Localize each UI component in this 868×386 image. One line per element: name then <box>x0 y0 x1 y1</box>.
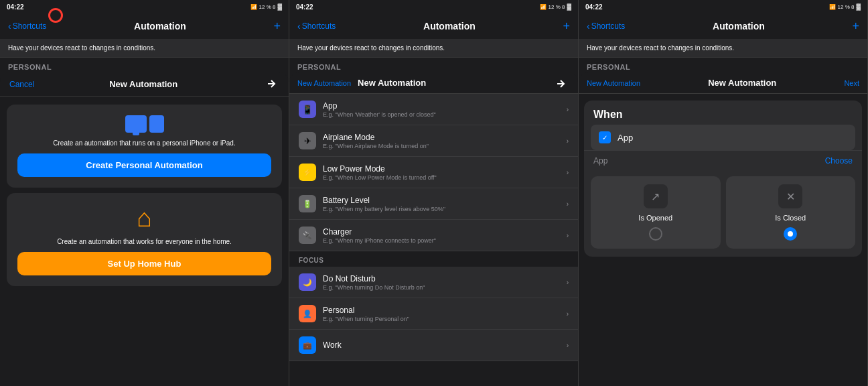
phone-tablet-icons <box>125 115 164 133</box>
item-text-charger: Charger E.g. "When my iPhone connects to… <box>323 227 567 244</box>
dnd-icon: 🌙 <box>299 273 316 291</box>
battery-icon-3: ▓ <box>856 3 861 10</box>
item-title-battery: Battery Level <box>323 196 567 205</box>
status-time-3: 04:22 <box>585 3 603 11</box>
home-icon: ⌂ <box>137 204 152 233</box>
modal-header-1: Cancel New Automation <box>0 72 289 96</box>
back-label-3: Shortcuts <box>591 21 626 31</box>
status-icons-1: 📶 12 % 8 ▓ <box>250 3 282 10</box>
item-title-charger: Charger <box>323 227 567 237</box>
item-text-dnd: Do Not Disturb E.g. "When turning Do Not… <box>323 274 567 291</box>
nav-bar-3: ‹ Shortcuts Automation + <box>579 13 867 39</box>
back-label-2: Shortcuts <box>302 21 336 31</box>
chevron-app: › <box>567 106 569 113</box>
state-options-row: ↗ Is Opened ✕ Is Closed <box>584 171 862 257</box>
breadcrumb-nav-3: New Automation New Automation Next <box>579 72 867 94</box>
tablet-icon-blue <box>149 115 164 133</box>
modal-title: New Automation <box>34 79 252 89</box>
charger-icon: 🔌 <box>299 227 316 244</box>
chevron-work: › <box>567 342 569 349</box>
add-button-3[interactable]: + <box>852 19 859 34</box>
list-sheet-2: New Automation New Automation 📱 App E.g.… <box>289 72 578 386</box>
create-personal-btn[interactable]: Create Personal Automation <box>17 153 271 177</box>
list-item-charger[interactable]: 🔌 Charger E.g. "When my iPhone connects … <box>289 220 578 251</box>
add-button-1[interactable]: + <box>273 19 281 34</box>
item-text-lowpower: Low Power Mode E.g. "When Low Power Mode… <box>323 164 567 181</box>
list-item-battery[interactable]: 🔋 Battery Level E.g. "When my battery le… <box>289 188 578 220</box>
home-option-card: ⌂ Create an automation that works for ev… <box>7 193 282 286</box>
status-time-1: 04:22 <box>7 3 24 11</box>
home-description: Create an automation that works for ever… <box>57 238 232 245</box>
list-item-lowpower[interactable]: ⚡ Low Power Mode E.g. "When Low Power Mo… <box>289 157 578 188</box>
chevron-personal: › <box>567 310 569 318</box>
item-title-personal: Personal <box>323 306 567 315</box>
list-item-app[interactable]: 📱 App E.g. "When 'Weather' is opened or … <box>289 94 578 125</box>
list-item-airplane[interactable]: ✈ Airplane Mode E.g. "When Airplane Mode… <box>289 125 578 157</box>
breadcrumb-nav-2: New Automation New Automation <box>289 72 578 94</box>
personal-option-card: Create an automation that runs on a pers… <box>0 96 289 290</box>
breadcrumb-back-2[interactable]: New Automation <box>297 79 351 87</box>
status-bar-3: 04:22 📶 12 % 8 ▓ <box>579 0 867 13</box>
closed-icon: ✕ <box>778 184 802 208</box>
when-title: When <box>593 109 623 120</box>
state-closed-card[interactable]: ✕ Is Closed <box>726 176 856 249</box>
radio-dot <box>788 231 793 237</box>
back-button-2[interactable]: ‹ Shortcuts <box>297 21 336 31</box>
closed-radio-selected[interactable] <box>784 227 797 241</box>
add-button-2[interactable]: + <box>563 19 570 34</box>
battery-icon: 🔋 <box>299 195 316 212</box>
section-header-1: Personal <box>0 58 289 74</box>
nav-title-1: Automation <box>46 21 273 31</box>
list-item-dnd[interactable]: 🌙 Do Not Disturb E.g. "When turning Do N… <box>289 267 578 298</box>
cancel-button[interactable]: Cancel <box>9 80 34 89</box>
nav-bar-1: ‹ Shortcuts Automation + <box>0 13 289 39</box>
list-item-work[interactable]: 💼 Work › <box>289 330 578 361</box>
focus-section-header: FOCUS <box>289 251 578 267</box>
item-text-battery: Battery Level E.g. "When my battery leve… <box>323 196 567 212</box>
chevron-charger: › <box>567 232 569 239</box>
app-choose-row: App Choose <box>584 150 862 171</box>
back-arrow-2: ‹ <box>297 21 301 31</box>
airplane-icon: ✈ <box>299 132 316 149</box>
back-arrow-3: ‹ <box>587 21 590 31</box>
when-content: When ✓ App App Choose <box>579 94 867 263</box>
choose-button[interactable]: Choose <box>825 156 853 166</box>
back-button-1[interactable]: ‹ Shortcuts <box>8 21 46 31</box>
breadcrumb-back-3[interactable]: New Automation <box>587 79 640 87</box>
item-subtitle-lowpower: E.g. "When Low Power Mode is turned off" <box>323 174 567 181</box>
work-icon: 💼 <box>299 336 316 354</box>
banner-text-3: Have your devices react to changes in co… <box>587 44 859 52</box>
item-subtitle-airplane: E.g. "When Airplane Mode is turned on" <box>323 143 567 149</box>
signal-icon-1: 📶 <box>250 4 257 10</box>
item-subtitle-dnd: E.g. "When turning Do Not Disturb on" <box>323 284 567 291</box>
nav-title-2: Automation <box>336 21 563 31</box>
battery-percent-3: 12 % 8 <box>838 4 855 10</box>
chevron-dnd: › <box>567 279 569 286</box>
app-checkbox: ✓ <box>599 131 611 143</box>
item-title-dnd: Do Not Disturb <box>323 274 567 283</box>
banner-1: Have your devices react to changes in co… <box>0 39 289 58</box>
state-opened-card[interactable]: ↗ Is Opened <box>591 176 721 249</box>
app-icon: 📱 <box>299 101 316 118</box>
breadcrumb-current-3: New Automation <box>708 78 776 88</box>
app-selector-row[interactable]: ✓ App <box>591 125 855 150</box>
opened-radio[interactable] <box>649 227 662 241</box>
back-arrow-1: ‹ <box>8 21 11 31</box>
item-subtitle-charger: E.g. "When my iPhone connects to power" <box>323 237 567 244</box>
when-title-row: When <box>584 101 862 125</box>
signal-icon-2: 📶 <box>540 4 547 10</box>
when-card: When ✓ App App Choose <box>584 101 862 257</box>
banner-2: Have your devices react to changes in co… <box>289 39 578 58</box>
next-button-3[interactable]: Next <box>844 79 859 87</box>
banner-text-1: Have your devices react to changes in co… <box>8 44 281 52</box>
item-title-airplane: Airplane Mode <box>323 133 567 142</box>
setup-home-btn[interactable]: Set Up Home Hub <box>17 252 271 275</box>
back-label-1: Shortcuts <box>13 21 47 31</box>
battery-percent-1: 12 % 8 <box>259 4 276 10</box>
checkmark-icon: ✓ <box>602 134 607 141</box>
chevron-airplane: › <box>567 137 569 145</box>
detail-sheet-3: New Automation New Automation Next When … <box>579 72 867 386</box>
list-item-personal[interactable]: 👤 Personal E.g. "When turning Personal o… <box>289 298 578 330</box>
nav-bar-2: ‹ Shortcuts Automation + <box>289 13 578 39</box>
back-button-3[interactable]: ‹ Shortcuts <box>587 21 625 31</box>
